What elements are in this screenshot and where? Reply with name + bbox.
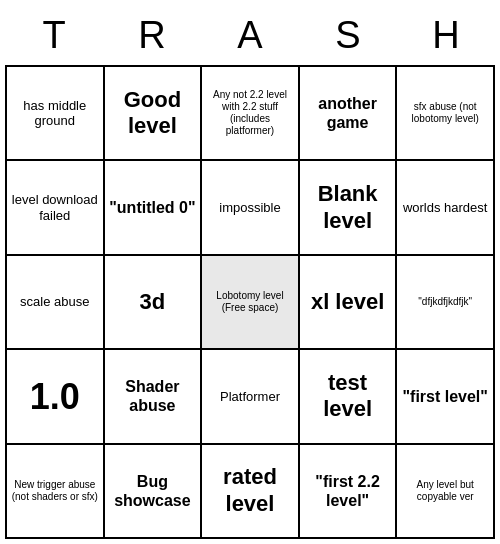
bingo-cell-12: Lobotomy level (Free space) <box>202 256 300 350</box>
bingo-cell-0: has middle ground <box>7 67 105 161</box>
cell-text-7: impossible <box>219 200 280 216</box>
cell-text-19: "first level" <box>402 387 487 406</box>
cell-text-8: Blank level <box>304 181 392 234</box>
cell-text-11: 3d <box>140 289 166 315</box>
bingo-cell-11: 3d <box>105 256 203 350</box>
cell-text-6: "untitled 0" <box>109 198 195 217</box>
cell-text-23: "first 2.2 level" <box>304 472 392 510</box>
bingo-cell-7: impossible <box>202 161 300 255</box>
cell-text-5: level download failed <box>11 192 99 223</box>
bingo-board: TRASH has middle groundGood levelAny not… <box>5 5 495 539</box>
cell-text-14: "dfjkdfjkdfjk" <box>418 296 472 308</box>
bingo-cell-21: Bug showcase <box>105 445 203 539</box>
bingo-grid: has middle groundGood levelAny not 2.2 l… <box>5 65 495 539</box>
cell-text-20: New trigger abuse (not shaders or sfx) <box>11 479 99 503</box>
cell-text-4: sfx abuse (not lobotomy level) <box>401 101 489 125</box>
header-letter-h: H <box>397 5 495 65</box>
cell-text-1: Good level <box>109 87 197 140</box>
header-letter-s: S <box>299 5 397 65</box>
bingo-cell-24: Any level but copyable ver <box>397 445 495 539</box>
bingo-cell-9: worlds hardest <box>397 161 495 255</box>
header-letter-t: T <box>5 5 103 65</box>
bingo-cell-8: Blank level <box>300 161 398 255</box>
bingo-cell-13: xl level <box>300 256 398 350</box>
bingo-cell-14: "dfjkdfjkdfjk" <box>397 256 495 350</box>
cell-text-18: test level <box>304 370 392 423</box>
bingo-cell-19: "first level" <box>397 350 495 444</box>
bingo-cell-10: scale abuse <box>7 256 105 350</box>
bingo-cell-15: 1.0 <box>7 350 105 444</box>
cell-text-21: Bug showcase <box>109 472 197 510</box>
bingo-cell-5: level download failed <box>7 161 105 255</box>
cell-text-15: 1.0 <box>30 375 80 418</box>
header-letter-r: R <box>103 5 201 65</box>
bingo-cell-23: "first 2.2 level" <box>300 445 398 539</box>
cell-text-0: has middle ground <box>11 98 99 129</box>
bingo-cell-4: sfx abuse (not lobotomy level) <box>397 67 495 161</box>
cell-text-16: Shader abuse <box>109 377 197 415</box>
cell-text-9: worlds hardest <box>403 200 488 216</box>
bingo-cell-6: "untitled 0" <box>105 161 203 255</box>
bingo-cell-17: Platformer <box>202 350 300 444</box>
cell-text-2: Any not 2.2 level with 2.2 stuff (includ… <box>206 89 294 137</box>
cell-text-24: Any level but copyable ver <box>401 479 489 503</box>
cell-text-13: xl level <box>311 289 384 315</box>
bingo-cell-2: Any not 2.2 level with 2.2 stuff (includ… <box>202 67 300 161</box>
cell-text-3: another game <box>304 94 392 132</box>
bingo-cell-16: Shader abuse <box>105 350 203 444</box>
cell-text-10: scale abuse <box>20 294 89 310</box>
cell-text-17: Platformer <box>220 389 280 405</box>
bingo-cell-20: New trigger abuse (not shaders or sfx) <box>7 445 105 539</box>
header-row: TRASH <box>5 5 495 65</box>
bingo-cell-22: rated level <box>202 445 300 539</box>
cell-text-22: rated level <box>206 464 294 517</box>
bingo-cell-18: test level <box>300 350 398 444</box>
bingo-cell-1: Good level <box>105 67 203 161</box>
bingo-cell-3: another game <box>300 67 398 161</box>
header-letter-a: A <box>201 5 299 65</box>
cell-text-12: Lobotomy level (Free space) <box>206 290 294 314</box>
